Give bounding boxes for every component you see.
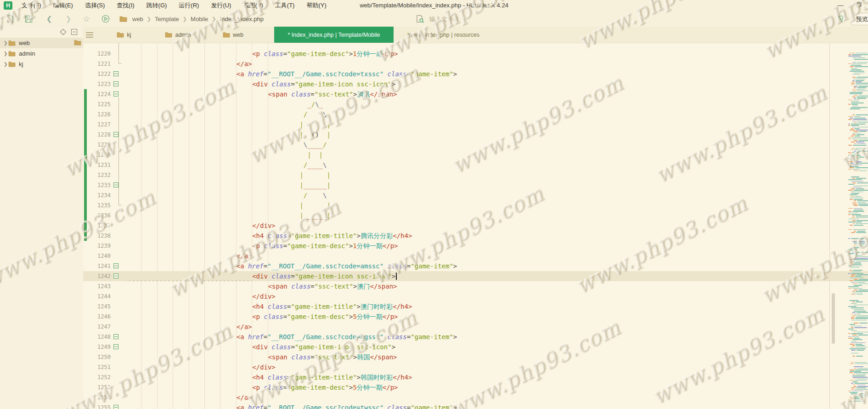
maximize-button[interactable] <box>856 2 863 9</box>
code-line-1230[interactable]: 1230 | | <box>83 150 868 160</box>
sidebar-item-web[interactable]: ❯web <box>0 38 83 48</box>
tab-list-icon[interactable] <box>86 31 93 37</box>
code-line-1229[interactable]: 1229 \____/ <box>83 140 868 150</box>
menu-item-6[interactable]: 发行(U) <box>205 1 237 10</box>
code-line-1251[interactable]: 1251</div> <box>83 362 868 372</box>
minimap-mark <box>854 205 868 206</box>
code-text: |______| <box>299 210 331 221</box>
menu-item-9[interactable]: 帮助(Y) <box>300 1 332 10</box>
minimap-mark <box>851 217 868 218</box>
code-line-1239[interactable]: 1239<p class="game-item-desc">1分钟一期</p> <box>83 241 868 251</box>
code-line-1224[interactable]: 1224<span class="ssc-text">腾讯</span> <box>83 89 868 99</box>
locate-file-icon[interactable] <box>60 28 67 35</box>
code-line-1232[interactable]: 1232| | <box>83 170 868 180</box>
fold-marker[interactable] <box>113 81 118 86</box>
code-line-1247[interactable]: 1247</a> <box>83 322 868 332</box>
minimap-mark <box>851 136 868 136</box>
code-line-1238[interactable]: 1238<h4 class="game-item-title">腾讯分分彩</h… <box>83 231 868 241</box>
code-line-1248[interactable]: 1248<a href="__ROOT__/Game.ssc?code=hgss… <box>83 332 868 342</box>
star-icon[interactable]: ☆ <box>82 14 91 23</box>
fold-marker[interactable] <box>113 132 118 137</box>
code-line-1254[interactable]: 1254</a> <box>83 392 868 403</box>
minimap-mark <box>854 186 868 187</box>
chevron-right-icon[interactable]: ❯ <box>4 40 8 45</box>
tab-1[interactable]: admin <box>156 27 200 43</box>
minimap-mark <box>852 89 868 90</box>
breadcrumb-item-3[interactable]: Index_index.php <box>220 16 264 23</box>
code-line-1223[interactable]: 1223<div class="game-item-icon ssc-icon"… <box>83 79 868 89</box>
code-line-1237[interactable]: 1237</div> <box>83 221 868 231</box>
code-line-1220[interactable]: 1220<p class="game-item-desc">1分钟一期</p> <box>83 49 868 59</box>
fold-marker[interactable] <box>113 334 118 339</box>
code-line-1236[interactable]: 1236|______| <box>83 210 868 221</box>
minimize-button[interactable]: — <box>837 2 844 9</box>
code-line-1231[interactable]: 1231 /____\ <box>83 160 868 170</box>
code-line-1234[interactable]: 1234 / \ <box>83 190 868 200</box>
code-line-1242[interactable]: 1242<div class="game-item-icon ssc-icon"… <box>83 271 868 281</box>
tab-2[interactable]: web <box>214 27 253 43</box>
menu-item-5[interactable]: 运行(R) <box>173 1 205 10</box>
code-line-1253[interactable]: 1253<p class="game-item-desc">5分钟一期</p> <box>83 382 868 392</box>
code-line-1245[interactable]: 1245<h4 class="game-item-title">澳门时时彩</h… <box>83 301 868 312</box>
code-line-1246[interactable]: 1246<p class="game-item-desc">5分钟一期</p> <box>83 312 868 322</box>
code-line-1226[interactable]: 1226 / \ <box>83 109 868 119</box>
run-icon[interactable] <box>101 14 110 23</box>
code-line-1235[interactable]: 1235| | <box>83 200 868 210</box>
minimap-mark <box>848 159 868 159</box>
menu-item-1[interactable]: 编辑(E) <box>47 1 79 10</box>
menu-item-0[interactable]: 文件(F) <box>16 1 47 10</box>
menu-item-3[interactable]: 查找(I) <box>111 1 140 10</box>
code-line-1244[interactable]: 1244</div> <box>83 291 868 301</box>
chevron-right-icon[interactable]: ❯ <box>4 51 8 56</box>
sidebar-item-kj[interactable]: ❯kj <box>0 59 83 69</box>
fold-marker[interactable] <box>113 273 118 278</box>
menu-item-7[interactable]: 视图(V) <box>237 1 269 10</box>
breadcrumb-item-2[interactable]: Mobile <box>191 16 208 23</box>
breadcrumb-item-1[interactable]: Template <box>155 16 179 23</box>
code-line-1233[interactable]: 1233|______| <box>83 180 868 190</box>
code-line-1222[interactable]: 1222<a href="__ROOT__/Game.ssc?code=txss… <box>83 69 868 79</box>
preview-button[interactable]: 预览 <box>851 13 868 25</box>
collapse-all-icon[interactable] <box>71 28 78 35</box>
code-line-1241[interactable]: 1241<a href="__ROOT__/Game.ssc?code=amss… <box>83 261 868 271</box>
open-folder-icon[interactable] <box>74 40 81 45</box>
code-line-1221[interactable]: 1221</a> <box>83 59 868 69</box>
back-icon[interactable]: ❮ <box>45 14 54 23</box>
fold-marker[interactable] <box>113 263 118 268</box>
fold-marker[interactable] <box>113 182 118 187</box>
minimap[interactable] <box>847 48 868 409</box>
tab-4[interactable]: Index_index.php | resources <box>394 27 493 43</box>
fold-marker[interactable] <box>113 91 118 97</box>
code-line-1255[interactable]: 1255<a href="__ROOT__/Game.ssc?code=twss… <box>83 403 868 409</box>
file-search-icon[interactable] <box>416 15 424 23</box>
tab-0[interactable]: kj <box>108 27 140 43</box>
sidebar-item-admin[interactable]: ❯admin <box>0 48 83 59</box>
chevron-right-icon[interactable]: ❯ <box>4 62 8 67</box>
fold-marker[interactable] <box>113 71 118 76</box>
save-icon[interactable] <box>24 14 33 23</box>
code-line-1243[interactable]: 1243<span class="ssc-text">澳门</span> <box>83 281 868 291</box>
menu-item-2[interactable]: 选择(S) <box>79 1 111 10</box>
minimap-mark <box>854 309 868 310</box>
code-line-1227[interactable]: 1227| | <box>83 119 868 130</box>
code-line-1225[interactable]: 1225 _/\_ <box>83 99 868 109</box>
code-line-1250[interactable]: 1250<span class="ssc-text">韩国</span> <box>83 352 868 362</box>
minimap-mark <box>851 68 868 69</box>
code-line-1228[interactable]: 1228| () | <box>83 130 868 140</box>
new-file-icon[interactable] <box>6 14 15 23</box>
forward-icon[interactable]: ❯ <box>64 14 73 23</box>
tab-active-file[interactable]: * Index_index.php | Template/Mobile <box>274 27 394 43</box>
menu-item-4[interactable]: 跳转(G) <box>141 1 173 10</box>
fold-marker[interactable] <box>113 405 118 409</box>
code-line-1249[interactable]: 1249<div class="game-item-icon ssc-icon"… <box>83 342 868 352</box>
scrollbar-thumb[interactable] <box>832 293 835 344</box>
code-area[interactable]: 1220<p class="game-item-desc">1分钟一期</p>1… <box>83 43 868 409</box>
minimap-mark <box>847 354 868 355</box>
search-input[interactable] <box>428 15 499 23</box>
breadcrumb-item-0[interactable]: web <box>132 16 143 23</box>
menu-item-8[interactable]: 工具(T) <box>269 1 301 10</box>
code-line-1252[interactable]: 1252<h4 class="game-item-title">韩国时时彩</h… <box>83 372 868 382</box>
funnel-icon[interactable] <box>837 14 846 23</box>
fold-marker[interactable] <box>113 344 118 349</box>
code-line-1240[interactable]: 1240</a> <box>83 251 868 261</box>
